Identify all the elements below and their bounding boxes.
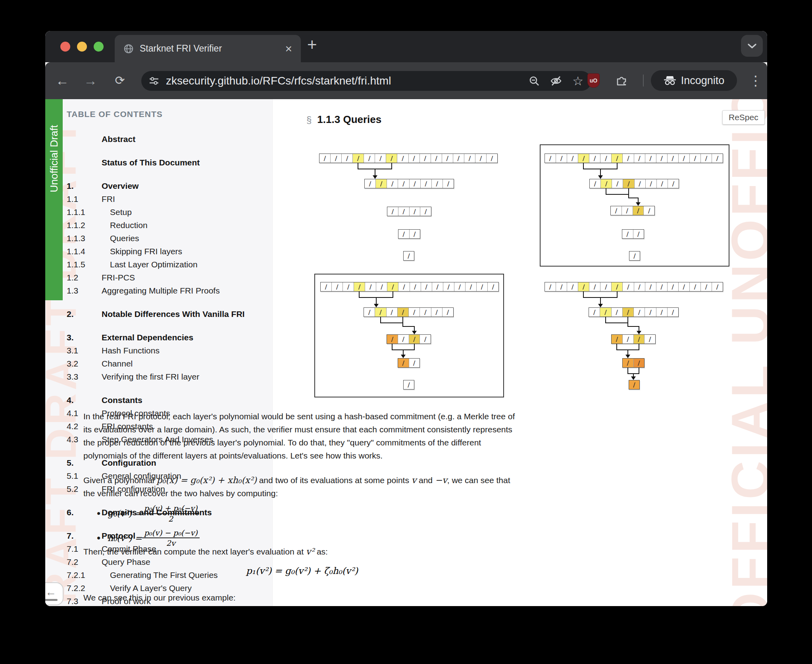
toc-item-number: 1.1.2 [67,221,102,230]
toc-item-number: 4.2 [67,422,102,431]
toc-item-number: 3.3 [67,372,102,382]
toc-item[interactable]: Status of This Document [67,156,757,169]
toc-item-label: FRI configuration [102,484,165,494]
toc-item[interactable]: 1.1.2Reduction [67,219,757,232]
toc-item[interactable]: Abstract [67,132,757,146]
toc-item-label: Constants [102,395,142,405]
toc-item-label: Domains and Commitments [102,508,212,517]
toc-title: TABLE OF CONTENTS [67,109,163,119]
toc-item-number: 7. [67,531,102,541]
forward-button[interactable]: → [83,73,98,88]
sidebar-collapse-button[interactable]: ← [45,582,63,605]
toc-item-number: 7.1 [67,544,102,554]
toc-item[interactable]: 6.Domains and Commitments [67,506,757,519]
toc-item[interactable]: 2.Notable Differences With Vanilla FRI [67,307,757,320]
toc-item-number: 3.1 [67,346,102,355]
section-mark-link[interactable]: § [306,114,312,125]
globe-favicon-icon [123,44,134,54]
extensions-puzzle-icon[interactable] [615,74,628,87]
toc-item[interactable]: 1.Overview [67,179,757,192]
toc-item[interactable]: 5.2FRI configuration [67,482,757,495]
browser-menu-icon[interactable]: ⋮ [748,73,764,88]
zoom-out-icon[interactable] [529,75,540,86]
toc-item[interactable]: 3.2Channel [67,357,757,370]
toc-item-number: 4.3 [67,435,102,444]
toc-item[interactable]: 5.Configuration [67,456,757,469]
toc-list: AbstractStatus of This Document1.Overvie… [67,132,757,606]
tab-search-chevron-icon[interactable] [741,35,763,57]
collapse-bar-icon [45,599,58,601]
collapse-arrow-icon: ← [45,587,56,598]
reload-button[interactable]: ⟳ [112,73,127,88]
toc-item-label: Commit Phase [102,544,156,554]
toc-item[interactable]: 1.1.5Last Layer Optimization [67,258,757,271]
toc-item-label: Skipping FRI layers [102,247,182,256]
toc-item[interactable]: 7.Protocol [67,529,757,542]
toc-item-label: Configuration [102,458,156,468]
toc-item[interactable]: 4.1Protocol constants [67,407,757,420]
toc-item[interactable]: 3.3Verifying the first FRI layer [67,370,757,383]
toc-item-label: Protocol [102,531,135,541]
toc-item[interactable]: 1.1.4Skipping FRI layers [67,245,757,258]
incognito-badge: Incognito [651,70,737,91]
close-window-button[interactable] [60,42,70,52]
toc-item-number: 1.1.3 [67,234,102,243]
toc-item[interactable]: 7.2.2Verify A Layer's Query [67,581,757,595]
ublock-extension-icon[interactable]: uO [587,73,600,88]
toc-item-label: Aggregating Multiple FRI Proofs [102,286,220,296]
toc-item[interactable]: 4.3Step Generators And Inverses [67,433,757,446]
new-tab-button[interactable]: + [307,36,317,53]
toc-item[interactable]: 7.2Query Phase [67,555,757,568]
toc-item-label: FRI constants [102,422,153,431]
address-bar[interactable]: zksecurity.github.io/RFCs/rfcs/starknet/… [141,71,591,91]
toc-item-number: 4. [67,395,102,405]
tab-strip: Starknet FRI Verifier × + [45,31,767,62]
page-title: 1.1.3 Queries [317,113,381,126]
bookmark-star-icon[interactable]: ☆ [572,75,583,87]
toc-item-label: Setup [102,207,132,217]
toc-item-number: 1.1 [67,194,102,204]
toc-item-number: 1.3 [67,286,102,296]
toc-item[interactable]: 7.3Proof of work [67,595,757,606]
toc-item-number: 3. [67,333,102,342]
toc-item-number: 2. [67,309,102,319]
toc-item[interactable]: 3.External Dependencies [67,331,757,344]
toolbar-separator [643,75,644,86]
toc-item-label: Protocol constants [102,409,170,418]
toc-item[interactable]: 7.1Commit Phase [67,542,757,555]
toc-item[interactable]: 5.1General configuration [67,469,757,482]
close-tab-icon[interactable]: × [285,43,292,55]
respec-button[interactable]: ReSpec [722,110,765,125]
browser-tab[interactable]: Starknet FRI Verifier × [115,35,301,62]
toc-item-number: 7.2.2 [67,583,102,593]
toc-item[interactable]: 1.3Aggregating Multiple FRI Proofs [67,284,757,297]
page-viewport: DRAFT DRAFT DRAFT UNOFFICIAL UNOFFICIAL … [45,99,767,606]
toc-item-number: 5. [67,458,102,468]
toc-item-number: 5.1 [67,471,102,481]
url-text[interactable]: zksecurity.github.io/RFCs/rfcs/starknet/… [166,75,529,87]
incognito-icon [664,76,676,85]
toc-item[interactable]: 4.2FRI constants [67,420,757,433]
toc-item-number: 7.3 [67,597,102,606]
section-heading: § 1.1.3 Queries [306,113,381,126]
maximize-window-button[interactable] [94,42,104,52]
toc-item-label: FRI [102,194,115,204]
back-button[interactable]: ← [55,73,70,88]
toc-item-number: 1.1.5 [67,260,102,269]
toc-item[interactable]: 7.2.1Generating The First Queries [67,568,757,581]
minimize-window-button[interactable] [77,42,87,52]
toc-item[interactable]: 3.1Hash Functions [67,344,757,357]
toc-item-number: 1. [67,181,102,191]
tab-title: Starknet FRI Verifier [140,43,285,54]
toc-item-label: Verifying the first FRI layer [102,372,199,382]
preview-hidden-eye-icon[interactable] [550,75,562,86]
site-settings-icon[interactable] [149,76,159,86]
toc-item[interactable]: 1.2FRI-PCS [67,271,757,284]
toc-item[interactable]: 1.1.3Queries [67,232,757,245]
toc-item[interactable]: 1.1.1Setup [67,205,757,219]
toc-item[interactable]: 1.1FRI [67,192,757,205]
toc-item-label: Abstract [102,134,135,144]
toc-item[interactable]: 4.Constants [67,393,757,407]
toc-item-number: 7.2.1 [67,570,102,580]
toc-item-label: Overview [102,181,139,191]
